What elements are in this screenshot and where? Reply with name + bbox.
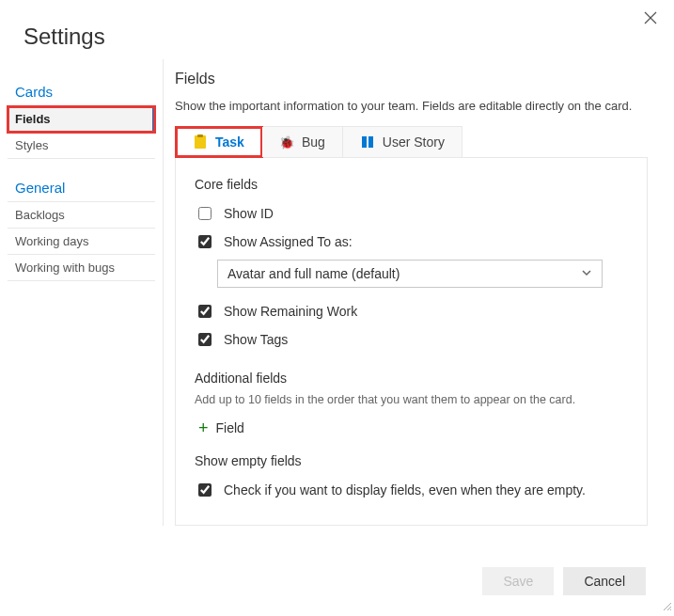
add-field-button[interactable]: + Field (195, 416, 628, 436)
task-icon (193, 134, 208, 150)
show-assigned-checkbox[interactable] (198, 235, 212, 248)
sidebar-group-cards[interactable]: Cards (8, 78, 155, 106)
tab-task[interactable]: Task (176, 127, 262, 157)
vertical-divider (163, 59, 164, 526)
core-fields-heading: Core fields (195, 177, 628, 192)
svg-rect-2 (195, 135, 206, 149)
svg-rect-3 (197, 134, 203, 137)
sidebar-item-fields[interactable]: Fields (8, 106, 155, 133)
spacer (8, 159, 155, 174)
tab-bug[interactable]: Bug (262, 127, 343, 157)
assigned-select[interactable]: Avatar and full name (default) (217, 260, 603, 288)
main-panel: Fields Show the important information to… (175, 78, 674, 526)
sidebar-item-styles[interactable]: Styles (8, 133, 155, 159)
section-title: Fields (175, 71, 648, 87)
assigned-select-value: Avatar and full name (default) (227, 266, 400, 281)
svg-line-6 (670, 609, 671, 610)
empty-fields-label: Check if you want to display fields, eve… (224, 482, 586, 498)
sidebar-item-working-with-bugs[interactable]: Working with bugs (8, 255, 155, 281)
empty-fields-checkbox[interactable] (198, 483, 212, 497)
show-remaining-row: Show Remaining Work (195, 297, 628, 325)
tab-label: Bug (302, 134, 325, 150)
close-icon (644, 13, 657, 27)
sidebar-group-general[interactable]: General (8, 174, 155, 202)
section-description: Show the important information to your t… (175, 99, 648, 113)
show-remaining-label: Show Remaining Work (224, 304, 357, 319)
show-assigned-row: Show Assigned To as: (195, 228, 628, 256)
cancel-button[interactable]: Cancel (563, 567, 646, 595)
show-id-checkbox[interactable] (198, 207, 212, 220)
footer: Save Cancel (482, 567, 646, 595)
bug-icon (279, 134, 294, 150)
additional-fields-heading: Additional fields (195, 371, 628, 386)
show-tags-label: Show Tags (224, 332, 288, 347)
tab-bar: Task Bug User Story (175, 126, 462, 157)
sidebar: Cards Fields Styles General Backlogs Wor… (0, 78, 155, 526)
plus-icon: + (198, 419, 209, 436)
book-icon (360, 134, 375, 150)
tab-user-story[interactable]: User Story (343, 127, 462, 157)
show-tags-checkbox[interactable] (198, 333, 212, 346)
empty-fields-heading: Show empty fields (195, 453, 628, 468)
show-tags-row: Show Tags (195, 325, 628, 354)
add-field-label: Field (216, 420, 244, 435)
tab-label: User Story (383, 134, 445, 150)
page-title: Settings (0, 0, 674, 50)
chevron-down-icon (581, 266, 592, 281)
show-assigned-label: Show Assigned To as: (224, 234, 353, 249)
show-id-label: Show ID (224, 206, 274, 221)
empty-fields-row: Check if you want to display fields, eve… (195, 476, 628, 504)
fields-panel: Core fields Show ID Show Assigned To as:… (175, 157, 648, 526)
tab-label: Task (215, 134, 244, 150)
sidebar-item-backlogs[interactable]: Backlogs (8, 202, 155, 229)
assigned-select-wrap: Avatar and full name (default) (217, 260, 628, 288)
resize-grip[interactable] (661, 600, 672, 614)
close-button[interactable] (644, 11, 657, 27)
show-id-row: Show ID (195, 199, 628, 228)
sidebar-item-working-days[interactable]: Working days (8, 229, 155, 255)
svg-line-4 (664, 603, 671, 610)
save-button[interactable]: Save (482, 567, 554, 595)
show-remaining-checkbox[interactable] (198, 305, 212, 318)
additional-fields-description: Add up to 10 fields in the order that yo… (195, 393, 628, 406)
